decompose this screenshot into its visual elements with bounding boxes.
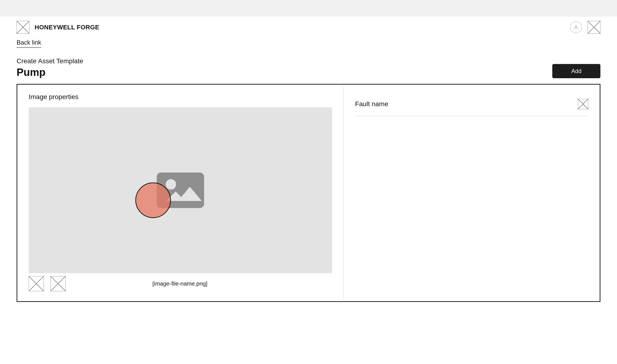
image-properties-heading: Image properties: [29, 93, 332, 101]
header-actions: [570, 21, 600, 34]
image-properties-panel: Image properties [image-file-name.png]: [17, 85, 343, 301]
page-content: HONEYWELL FORGE Back link Create Asset T…: [0, 17, 617, 302]
image-meta-row: [image-file-name.png]: [29, 276, 332, 291]
image-filename: [image-file-name.png]: [72, 280, 288, 287]
app-header: HONEYWELL FORGE: [17, 17, 600, 36]
back-link[interactable]: Back link: [17, 38, 41, 48]
brand-logo-icon: [17, 21, 29, 34]
image-preview[interactable]: [29, 107, 332, 273]
fault-action-icon[interactable]: [578, 99, 588, 109]
svg-point-2: [166, 179, 176, 190]
image-action-2-icon[interactable]: [51, 276, 66, 291]
content-box: Image properties [image-file-name.png]: [17, 84, 600, 302]
fault-row[interactable]: Fault name: [355, 99, 588, 116]
top-strip: [0, 0, 617, 17]
header-menu-icon[interactable]: [588, 21, 600, 34]
brand-name: HONEYWELL FORGE: [35, 24, 99, 31]
user-avatar-icon[interactable]: [570, 21, 582, 33]
title-block: Create Asset Template Pump Add: [17, 57, 600, 78]
fault-panel: Fault name: [344, 85, 600, 301]
add-button[interactable]: Add: [552, 64, 600, 78]
hotspot-marker[interactable]: [135, 182, 171, 218]
fault-name-label: Fault name: [355, 100, 388, 108]
page-title: Pump: [17, 66, 83, 78]
svg-point-0: [575, 26, 577, 27]
page-subtitle: Create Asset Template: [17, 57, 83, 65]
image-action-1-icon[interactable]: [29, 276, 44, 291]
